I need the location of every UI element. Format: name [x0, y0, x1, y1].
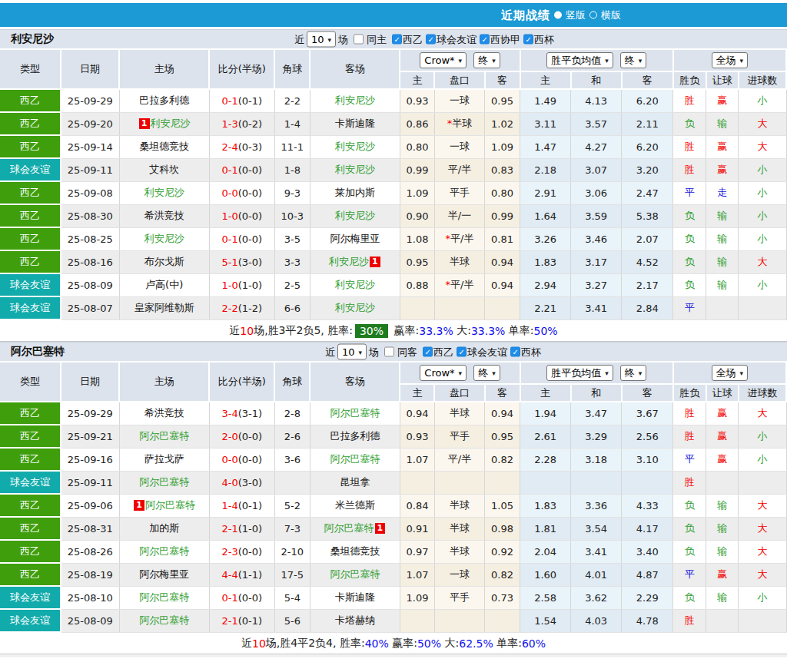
- vertical-layout-radio[interactable]: [554, 12, 562, 19]
- home-team-cell: 希洪竞技: [119, 204, 209, 227]
- home-team-link[interactable]: 希洪竞技: [144, 210, 184, 221]
- home-team-link[interactable]: 利安尼沙: [144, 187, 184, 198]
- home-team-link[interactable]: 巴拉多利德: [139, 94, 189, 106]
- home-team-link[interactable]: 桑坦德竞技: [139, 141, 189, 152]
- away-team-link[interactable]: 阿尔梅里亚: [330, 233, 380, 244]
- result-handicap: 输: [706, 586, 739, 609]
- scope-select[interactable]: 全场▾: [712, 365, 749, 381]
- avg-time-select[interactable]: 终▾: [620, 52, 647, 68]
- away-team-link[interactable]: 莱加内斯: [335, 187, 375, 198]
- home-team-link[interactable]: 艾科坎: [149, 164, 179, 175]
- score-cell: 5-1(3-0): [209, 250, 274, 273]
- away-team-link[interactable]: 阿尔巴塞特: [330, 453, 380, 465]
- home-team-link[interactable]: 利安尼沙: [144, 233, 184, 244]
- away-team-link[interactable]: 巴拉多利德: [330, 430, 380, 442]
- result-text: 平: [685, 187, 695, 198]
- league-type-cell: 西乙: [0, 425, 61, 448]
- league-checkbox[interactable]: ✓: [392, 35, 402, 45]
- odds-provider-select[interactable]: Crow*▾: [420, 365, 467, 381]
- avg-time-select[interactable]: 终▾: [620, 365, 647, 381]
- result-outcome: 负: [673, 540, 706, 563]
- league-type-cell: 西乙: [0, 204, 61, 227]
- handicap-away-odds: 0.81: [485, 227, 520, 250]
- home-team-link[interactable]: 阿尔巴塞特: [139, 545, 189, 557]
- away-team-link[interactable]: 昆坦拿: [340, 476, 370, 488]
- home-team-link[interactable]: 阿尔巴塞特: [139, 591, 189, 603]
- result-outcome: 负: [673, 273, 706, 296]
- league-checkbox[interactable]: ✓: [523, 35, 533, 45]
- home-team-cell: 1阿尔巴塞特: [119, 494, 209, 517]
- result-goals: 大: [739, 563, 786, 586]
- scope-select[interactable]: 全场▾: [712, 52, 749, 68]
- handicap-away-odds: 1.02: [485, 112, 520, 135]
- handicap-line: 半球: [434, 517, 484, 540]
- league-checkbox[interactable]: ✓: [426, 35, 436, 45]
- home-team-link[interactable]: 萨拉戈萨: [144, 453, 184, 465]
- away-team-link[interactable]: 利安尼沙: [335, 210, 375, 221]
- summary-token: 近: [229, 324, 240, 338]
- same-home-checkbox[interactable]: [354, 35, 364, 45]
- home-team-link[interactable]: 阿尔梅里亚: [139, 568, 189, 580]
- corner-cell: 3-6: [274, 448, 310, 471]
- away-team-link[interactable]: 利安尼沙: [335, 141, 375, 152]
- match-count-select[interactable]: 10▾: [337, 344, 367, 360]
- away-team-link[interactable]: 利安尼沙: [335, 302, 375, 313]
- league-checkbox[interactable]: ✓: [423, 347, 433, 357]
- match-date: 25-09-11: [61, 158, 119, 181]
- away-team-link[interactable]: 卡斯迪隆: [335, 118, 375, 129]
- away-team-link[interactable]: 桑坦德竞技: [330, 545, 380, 557]
- league-checkbox[interactable]: ✓: [510, 347, 520, 357]
- away-team-link[interactable]: 利安尼沙: [335, 164, 375, 175]
- away-team-link[interactable]: 阿尔巴塞特: [324, 522, 374, 534]
- avg-draw-odds: 4.13: [571, 89, 622, 112]
- away-team-link[interactable]: 利安尼沙: [335, 279, 375, 290]
- summary-token: 单率:: [505, 324, 533, 338]
- result-outcome: 负: [673, 494, 706, 517]
- home-team-link[interactable]: 阿尔巴塞特: [139, 430, 189, 442]
- page-title: 近期战绩: [501, 8, 550, 22]
- odds-time-select[interactable]: 终▾: [473, 365, 500, 381]
- result-text: 负: [685, 256, 695, 267]
- away-team-link[interactable]: 米兰德斯: [335, 499, 375, 511]
- match-date: 25-08-07: [61, 296, 119, 319]
- home-team-link[interactable]: 利安尼沙: [151, 118, 191, 129]
- summary-token: 场,胜4平2负4, 胜率:: [266, 637, 365, 650]
- league-checkbox[interactable]: ✓: [457, 347, 467, 357]
- match-count-select[interactable]: 10▾: [307, 31, 336, 48]
- away-team-link[interactable]: 利安尼沙: [335, 94, 375, 106]
- league-checkbox[interactable]: ✓: [480, 35, 490, 45]
- home-team-link[interactable]: 布尔戈斯: [144, 256, 184, 267]
- avg-draw-odds: 3.07: [571, 158, 622, 181]
- away-team-link[interactable]: 阿尔巴塞特: [330, 407, 380, 419]
- avg-away-odds: 2.17: [622, 273, 673, 296]
- chevron-down-icon: ▾: [459, 369, 463, 377]
- home-team-link[interactable]: 卢高(中): [145, 279, 183, 290]
- horizontal-layout-radio[interactable]: [589, 12, 597, 19]
- avg-type-select[interactable]: 胜平负均值▾: [546, 365, 613, 381]
- home-team-link[interactable]: 希洪竞技: [144, 407, 184, 419]
- home-team-link[interactable]: 加的斯: [149, 522, 179, 534]
- home-team-link[interactable]: 皇家阿维勒斯: [134, 302, 194, 313]
- col-result: 胜负: [673, 71, 706, 89]
- away-team-cell: 利安尼沙: [310, 273, 400, 296]
- away-team-link[interactable]: 利安尼沙: [329, 256, 369, 267]
- odds-time-select[interactable]: 终▾: [473, 52, 500, 68]
- away-team-cell: 卡斯迪隆: [310, 586, 400, 609]
- away-team-link[interactable]: 卡斯迪隆: [335, 591, 375, 603]
- result-outcome: 负: [673, 112, 706, 135]
- result-goals: 大: [739, 402, 786, 425]
- avg-draw-odds: 3.41: [571, 296, 622, 319]
- home-team-link[interactable]: 阿尔巴塞特: [145, 499, 195, 511]
- avg-home-odds: 1.64: [520, 204, 571, 227]
- home-team-link[interactable]: 阿尔巴塞特: [139, 614, 189, 626]
- odds-provider-select[interactable]: Crow*▾: [420, 52, 467, 68]
- score-cell: 4-0(3-0): [209, 471, 274, 494]
- same-away-checkbox[interactable]: [384, 347, 394, 357]
- away-team-link[interactable]: 阿尔巴塞特: [330, 568, 380, 580]
- away-team-link[interactable]: 卡塔赫纳: [335, 614, 375, 626]
- home-team-link[interactable]: 阿尔巴塞特: [139, 476, 189, 488]
- avg-away-odds: 4.52: [622, 250, 673, 273]
- avg-type-select[interactable]: 胜平负均值▾: [546, 52, 613, 68]
- result-text: 大: [757, 141, 767, 152]
- summary-token: 大:: [453, 324, 471, 338]
